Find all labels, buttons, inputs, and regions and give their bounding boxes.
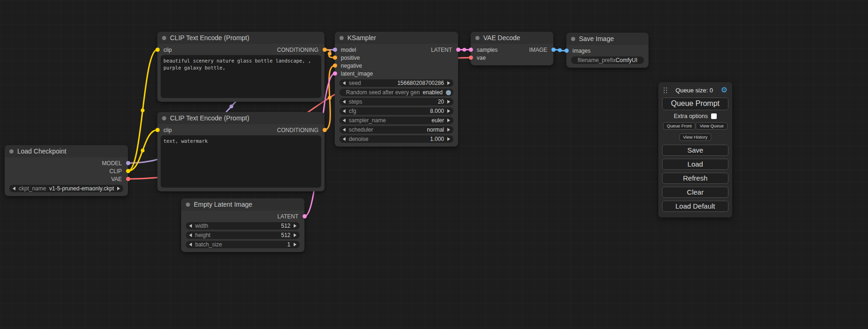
input-port-model[interactable]	[333, 48, 337, 52]
input-port-clip[interactable]	[155, 48, 160, 52]
widget-height[interactable]: height 512	[186, 231, 300, 239]
increment-arrow-icon[interactable]	[447, 109, 450, 113]
decrement-arrow-icon[interactable]	[343, 109, 346, 113]
widget-batch-size[interactable]: batch_size 1	[186, 241, 300, 248]
increment-arrow-icon[interactable]	[447, 137, 450, 141]
toggle-knob-icon[interactable]	[446, 90, 451, 95]
node-title-bar[interactable]: CLIP Text Encode (Prompt)	[157, 112, 325, 124]
output-port-image[interactable]	[551, 48, 556, 52]
output-port-vae[interactable]	[126, 177, 130, 181]
output-port-latent[interactable]	[456, 48, 460, 52]
increment-arrow-icon[interactable]	[447, 119, 450, 122]
input-row-vae: vae	[471, 54, 553, 62]
extra-options-checkbox[interactable]	[711, 113, 717, 119]
output-port-clip[interactable]	[126, 169, 130, 173]
node-clip-text-encode-negative[interactable]: CLIP Text Encode (Prompt) clip CONDITION…	[157, 112, 325, 191]
collapse-dot-icon[interactable]	[339, 36, 344, 40]
view-history-button[interactable]: View History	[679, 133, 712, 141]
node-vae-decode[interactable]: VAE Decode samples IMAGE vae	[471, 32, 553, 65]
input-port-latent-image[interactable]	[333, 71, 337, 76]
output-port-model[interactable]	[126, 161, 130, 165]
decrement-arrow-icon[interactable]	[343, 119, 346, 122]
input-port-samples[interactable]	[469, 48, 473, 52]
node-title-bar[interactable]: Empty Latent Image	[181, 198, 304, 210]
load-default-button[interactable]: Load Default	[662, 201, 728, 212]
output-port-latent[interactable]	[303, 214, 307, 218]
drag-handle-icon[interactable]	[663, 87, 668, 94]
output-label-conditioning: CONDITIONING	[277, 47, 318, 53]
collapse-dot-icon[interactable]	[162, 36, 166, 40]
increment-arrow-icon[interactable]	[294, 233, 296, 237]
input-port-vae[interactable]	[469, 56, 473, 60]
output-row-latent: LATENT	[181, 212, 304, 220]
refresh-button[interactable]: Refresh	[662, 173, 728, 184]
queue-front-button[interactable]: Queue Front	[663, 122, 695, 130]
view-queue-button[interactable]: View Queue	[696, 122, 727, 130]
prompt-textarea[interactable]: text, watermark	[161, 135, 321, 188]
node-empty-latent-image[interactable]: Empty Latent Image LATENT width 512 heig…	[181, 198, 304, 252]
node-title-bar[interactable]: KSampler	[335, 32, 458, 44]
decrement-arrow-icon[interactable]	[189, 224, 192, 228]
prompt-textarea[interactable]: beautiful scenery nature glass bottle la…	[161, 55, 321, 98]
widget-label: steps	[349, 98, 362, 105]
increment-arrow-icon[interactable]	[447, 81, 450, 85]
decrement-arrow-icon[interactable]	[189, 243, 192, 246]
widget-value: enabled	[423, 89, 443, 96]
collapse-dot-icon[interactable]	[9, 149, 14, 154]
queue-prompt-button[interactable]: Queue Prompt	[662, 98, 728, 110]
collapse-dot-icon[interactable]	[162, 116, 166, 120]
decrement-arrow-icon[interactable]	[189, 233, 192, 237]
input-port-negative[interactable]	[333, 63, 337, 68]
decrement-arrow-icon[interactable]	[343, 81, 346, 85]
widget-filename-prefix[interactable]: filename_prefix ComfyUI	[571, 56, 644, 64]
node-title-bar[interactable]: Save Image	[566, 33, 649, 45]
increment-arrow-icon[interactable]	[447, 128, 450, 132]
widget-steps[interactable]: steps 20	[339, 98, 453, 105]
increment-arrow-icon[interactable]	[117, 187, 120, 190]
widget-denoise[interactable]: denoise 1.000	[339, 135, 453, 143]
increment-arrow-icon[interactable]	[294, 224, 296, 228]
node-title-bar[interactable]: CLIP Text Encode (Prompt)	[157, 32, 325, 44]
input-label-clip: clip	[163, 47, 172, 53]
widget-label: sampler_name	[349, 117, 386, 124]
input-row-latent-image: latent_image	[335, 70, 458, 77]
widget-label: batch_size	[195, 241, 222, 248]
widget-cfg[interactable]: cfg 8.000	[339, 107, 453, 115]
node-save-image[interactable]: Save Image images filename_prefix ComfyU…	[566, 33, 649, 68]
node-load-checkpoint[interactable]: Load Checkpoint MODEL CLIP VAE ckpt_name…	[5, 145, 128, 196]
input-port-clip[interactable]	[155, 128, 160, 132]
collapse-dot-icon[interactable]	[475, 36, 480, 40]
widget-scheduler[interactable]: scheduler normal	[339, 126, 453, 133]
extra-options-label: Extra options	[674, 113, 708, 119]
widget-value: v1-5-pruned-emaonly.ckpt	[49, 185, 114, 192]
output-port-conditioning[interactable]	[323, 128, 327, 132]
settings-gear-icon[interactable]: ⚙	[721, 86, 727, 94]
widget-ckpt-name[interactable]: ckpt_name v1-5-pruned-emaonly.ckpt	[9, 185, 123, 192]
clear-button[interactable]: Clear	[662, 187, 728, 198]
node-graph-canvas[interactable]: Load Checkpoint MODEL CLIP VAE ckpt_name…	[0, 0, 868, 329]
collapse-dot-icon[interactable]	[186, 203, 190, 207]
input-port-images[interactable]	[565, 49, 569, 53]
node-clip-text-encode-positive[interactable]: CLIP Text Encode (Prompt) clip CONDITION…	[157, 32, 325, 102]
widget-width[interactable]: width 512	[186, 222, 300, 230]
node-ksampler[interactable]: KSampler model LATENT positive negative …	[335, 32, 458, 147]
widget-seed[interactable]: seed 156680208700286	[339, 79, 453, 87]
increment-arrow-icon[interactable]	[447, 100, 450, 104]
widget-label: filename_prefix	[578, 57, 615, 63]
output-port-conditioning[interactable]	[323, 48, 327, 52]
decrement-arrow-icon[interactable]	[343, 128, 346, 132]
decrement-arrow-icon[interactable]	[343, 100, 346, 104]
node-title-bar[interactable]: Load Checkpoint	[5, 145, 128, 157]
decrement-arrow-icon[interactable]	[343, 137, 346, 141]
widget-random-seed-toggle[interactable]: Random seed after every gen enabled	[339, 89, 453, 96]
collapse-dot-icon[interactable]	[571, 37, 575, 41]
save-button[interactable]: Save	[662, 145, 728, 156]
decrement-arrow-icon[interactable]	[13, 187, 15, 190]
widget-sampler-name[interactable]: sampler_name euler	[339, 117, 453, 124]
node-title-bar[interactable]: VAE Decode	[471, 32, 553, 44]
extra-options-row: Extra options	[662, 113, 728, 119]
widget-value: normal	[427, 126, 444, 133]
load-button[interactable]: Load	[662, 159, 728, 170]
increment-arrow-icon[interactable]	[294, 243, 296, 246]
input-port-positive[interactable]	[333, 56, 337, 60]
